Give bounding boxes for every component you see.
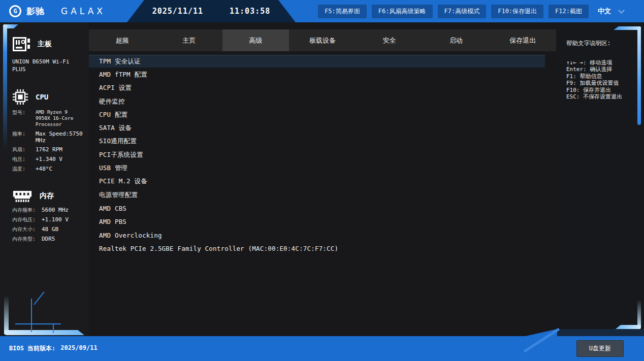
- tab-security[interactable]: 安全: [356, 29, 423, 51]
- help-line-f1: F1: 帮助信息: [566, 73, 639, 80]
- f5-easy-mode-button[interactable]: F5:简易界面: [318, 5, 367, 18]
- cpu-section: CPU 型号: AMD Ryzen 9 9950X 16-Core Proces…: [12, 89, 89, 173]
- logo-letter: G: [13, 8, 17, 15]
- menu-item-power-mgmt[interactable]: 电源管理配置: [89, 188, 545, 202]
- topbar: G 影驰 GALAX 2025/11/11 11:03:58 F5:简易界面 F…: [0, 0, 644, 22]
- help-line-f9: F9: 加载最优设置值: [566, 80, 639, 86]
- memory-section: 内存 内存频率: 5600 MHz 内存电压: +1.100 V 内存大小: 4…: [12, 190, 89, 243]
- help-keymap: ↑↓← →: 移动选项 Enter: 确认选择 F1: 帮助信息 F9: 加载最…: [566, 59, 639, 100]
- time-display: 11:03:58: [230, 7, 270, 16]
- help-line-esc: ESC: 不保存设置退出: [566, 93, 639, 100]
- memory-icon: [12, 190, 33, 203]
- menu-item-amd-cbs[interactable]: AMD CBS: [89, 202, 545, 215]
- help-title: 帮助文字说明区:: [566, 40, 639, 47]
- tab-onboard-devices[interactable]: 板载设备: [289, 29, 356, 51]
- advanced-menu: TPM 安全认证 AMD fTPM 配置 ACPI 设置 硬件监控 CPU 配置…: [89, 55, 556, 255]
- cpu-voltage-row: 电压: +1.340 V: [12, 156, 89, 163]
- bios-version-value: 2025/09/11: [60, 344, 97, 353]
- cpu-title: CPU: [36, 93, 48, 101]
- topbar-actions: F5:简易界面 F6:风扇高级策略 F7:高级模式 F10:保存退出 F12:截…: [318, 0, 624, 22]
- board-title: 主板: [38, 40, 52, 49]
- mem-size-row: 内存大小: 48 GB: [12, 226, 89, 233]
- help-line-arrows: ↑↓← →: 移动选项: [566, 59, 639, 66]
- memory-title: 内存: [40, 191, 54, 201]
- date-display: 2025/11/11: [152, 7, 203, 16]
- board-section: 主板 UNION B650M Wi-Fi PLUS: [12, 37, 89, 74]
- menu-item-hw-monitor[interactable]: 硬件监控: [89, 95, 545, 108]
- f10-save-exit-button[interactable]: F10:保存退出: [491, 5, 543, 18]
- tabbar: 超频 主页 高级 板载设备 安全 启动 保存退出: [89, 29, 556, 51]
- bottombar: BIOS 当前版本: 2025/09/11 U盘更新: [0, 336, 644, 361]
- usb-update-button[interactable]: U盘更新: [576, 340, 624, 357]
- language-label: 中文: [598, 7, 611, 16]
- menu-item-amd-overclocking[interactable]: AMD Overclocking: [89, 228, 545, 242]
- menu-item-pcie-m2[interactable]: PCIE M.2 设备: [89, 175, 545, 188]
- menu-item-cpu-config[interactable]: CPU 配置: [89, 108, 545, 121]
- menu-item-realtek-nic[interactable]: Realtek PCIe 2.5GBE Family Controller (M…: [89, 242, 545, 255]
- menu-item-sio[interactable]: SIO通用配置: [89, 135, 545, 148]
- menu-item-ftpm[interactable]: AMD fTPM 配置: [89, 68, 545, 81]
- tab-home[interactable]: 主页: [155, 29, 222, 51]
- tab-boot[interactable]: 启动: [423, 29, 489, 51]
- mem-voltage-row: 内存电压: +1.100 V: [12, 216, 89, 223]
- bios-version: BIOS 当前版本: 2025/09/11: [9, 344, 98, 353]
- help-panel: 帮助文字说明区: ↑↓← →: 移动选项 Enter: 确认选择 F1: 帮助信…: [556, 22, 644, 336]
- motherboard-icon: [12, 37, 30, 52]
- tab-save-exit[interactable]: 保存退出: [490, 29, 556, 51]
- menu-item-amd-pbs[interactable]: AMD PBS: [89, 215, 545, 228]
- cpu-model-row: 型号: AMD Ryzen 9 9950X 16-Core Processor: [12, 109, 89, 128]
- menu-item-pci-subsystem[interactable]: PCI子系统设置: [89, 148, 545, 161]
- f12-screenshot-button[interactable]: F12:截图: [549, 5, 589, 18]
- chevron-down-icon: [618, 7, 625, 14]
- help-line-enter: Enter: 确认选择: [566, 66, 639, 73]
- board-model: UNION B650M Wi-Fi PLUS: [12, 58, 79, 74]
- tab-overclock[interactable]: 超频: [89, 29, 155, 51]
- brand-name-en: GALAX: [61, 6, 106, 16]
- mem-freq-row: 内存频率: 5600 MHz: [12, 207, 89, 214]
- f6-fan-strategy-button[interactable]: F6:风扇高级策略: [372, 5, 433, 18]
- main-content: 超频 主页 高级 板载设备 安全 启动 保存退出 TPM 安全认证 AMD fT…: [89, 22, 556, 336]
- mem-type-row: 内存类型: DDR5: [12, 236, 89, 243]
- cpu-icon: [12, 89, 28, 105]
- language-selector[interactable]: 中文: [598, 7, 624, 16]
- bios-version-label: BIOS 当前版本:: [9, 344, 55, 353]
- help-line-f10: F10: 保存并退出: [566, 87, 639, 93]
- f7-advanced-mode-button[interactable]: F7:高级模式: [438, 5, 487, 18]
- cpu-fan-row: 风扇: 1762 RPM: [12, 146, 89, 153]
- menu-item-tpm[interactable]: TPM 安全认证: [89, 55, 545, 68]
- hardware-sidebar: 主板 UNION B650M Wi-Fi PLUS CPU 型号: AMD Ry…: [0, 22, 89, 336]
- menu-item-sata[interactable]: SATA 设备: [89, 121, 545, 135]
- galax-logo: G 影驰 GALAX: [0, 5, 106, 17]
- cpu-freq-row: 频率: Max Speed:5750 MHz: [12, 130, 89, 144]
- menu-item-usb[interactable]: USB 管理: [89, 161, 545, 175]
- datetime-display: 2025/11/11 11:03:58: [127, 0, 296, 22]
- brand-name-cn: 影驰: [26, 6, 45, 17]
- tab-advanced[interactable]: 高级: [222, 29, 289, 51]
- cpu-temp-row: 温度: +48°C: [12, 166, 89, 173]
- menu-item-acpi[interactable]: ACPI 设置: [89, 82, 545, 95]
- galax-logo-icon: G: [9, 5, 21, 17]
